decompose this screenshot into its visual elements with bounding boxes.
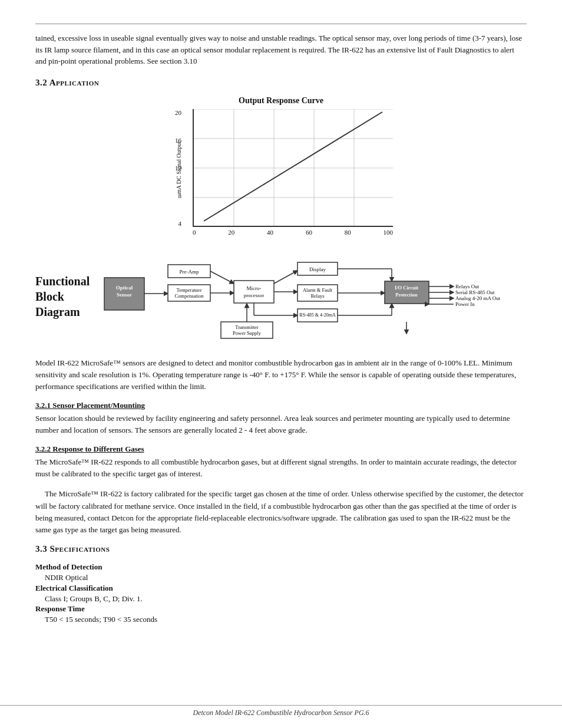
- chart-title: Output Response Curve: [239, 96, 323, 106]
- svg-text:Optical: Optical: [116, 285, 133, 291]
- subsection-321-number: 3.2.1: [35, 401, 51, 410]
- bd-label-line2: Block: [35, 290, 64, 303]
- top-divider: [35, 24, 527, 24]
- spec-value-1: Class I; Groups B, C, D; Div. 1.: [45, 593, 527, 605]
- section-32-heading: 3.2 Application: [35, 78, 527, 88]
- svg-text:Micro-: Micro-: [247, 285, 262, 291]
- subsection-321-title: Sensor Placement/Mounting: [52, 401, 145, 410]
- svg-line-9: [204, 112, 382, 221]
- section-32-title: Application: [49, 78, 100, 87]
- chart-svg: [193, 109, 393, 227]
- bd-label: Functional Block Diagram: [35, 274, 97, 319]
- block-diagram-section: Functional Block Diagram Optical Sensor …: [35, 248, 527, 345]
- svg-text:Relays Out: Relays Out: [455, 284, 480, 289]
- subsection-322-number: 3.2.2: [35, 444, 51, 453]
- xlabel-60: 60: [306, 229, 312, 236]
- subsection-322-title: Response to Different Gases: [52, 444, 144, 453]
- subsection-322-para2: The MicroSafe™ IR-622 is factory calibra…: [35, 488, 527, 536]
- section-33-number: 3.3: [35, 544, 47, 554]
- svg-text:Transmitter: Transmitter: [235, 324, 259, 330]
- section-32-number: 3.2: [35, 78, 47, 87]
- xlabel-100: 100: [383, 229, 393, 236]
- svg-text:Sensor: Sensor: [117, 292, 132, 298]
- specs-section: Method of Detection NDIR Optical Electri…: [35, 562, 527, 625]
- svg-text:I/O Circuit: I/O Circuit: [395, 285, 418, 291]
- svg-text:Relays: Relays: [310, 293, 324, 299]
- body-paragraph-1: Model IR-622 MicroSafe™ sensors are desi…: [35, 357, 527, 393]
- svg-text:Power In: Power In: [455, 301, 475, 307]
- svg-text:Pre-Amp: Pre-Amp: [180, 269, 199, 275]
- block-diagram-svg: Optical Sensor Pre-Amp Temperature Compe…: [103, 248, 504, 345]
- spec-item-2: Response Time T50 < 15 seconds; T90 < 35…: [35, 604, 527, 625]
- spec-item-0: Method of Detection NDIR Optical: [35, 562, 527, 584]
- ylabel-20: 20: [169, 109, 181, 116]
- svg-text:processor: processor: [244, 292, 265, 298]
- bd-label-line1: Functional: [35, 275, 90, 288]
- chart-ylabel-container: mA DC Signal Output: [183, 109, 193, 227]
- svg-text:Protection: Protection: [395, 292, 418, 298]
- svg-text:Alarm & Fault: Alarm & Fault: [303, 287, 333, 293]
- spec-label-1: Electrical Classification: [35, 584, 527, 593]
- subsection-321-heading: 3.2.1 Sensor Placement/Mounting: [35, 401, 527, 410]
- svg-line-24: [274, 271, 297, 284]
- spec-label-2: Response Time: [35, 604, 527, 614]
- svg-text:RS-485 & 4-20mA: RS-485 & 4-20mA: [299, 312, 336, 318]
- svg-text:Serial RS-485 Out: Serial RS-485 Out: [455, 289, 495, 295]
- svg-text:Display: Display: [309, 266, 326, 272]
- svg-text:Compensation: Compensation: [174, 293, 204, 299]
- xlabel-80: 80: [345, 229, 351, 236]
- footer-text: Detcon Model IR-622 Combustible Hydrocar…: [193, 709, 369, 717]
- svg-line-19: [210, 271, 234, 284]
- subsection-322-para1: The MicroSafe™ IR-622 responds to all co…: [35, 456, 527, 480]
- svg-text:Temperature: Temperature: [177, 287, 202, 293]
- subsection-322-heading: 3.2.2 Response to Different Gases: [35, 444, 527, 454]
- svg-rect-21: [234, 281, 274, 303]
- section-33-heading: 3.3 Specifications: [35, 544, 527, 554]
- xlabel-0: 0: [193, 229, 196, 236]
- chart-xlabels: 0 20 40 60 80 100: [193, 229, 393, 236]
- subsection-321-text: Sensor location should be reviewed by fa…: [35, 413, 527, 436]
- svg-text:Power Supply: Power Supply: [233, 330, 262, 336]
- spec-value-2: T50 < 15 seconds; T90 < 35 seconds: [45, 614, 527, 625]
- spec-label-0: Method of Detection: [35, 562, 527, 572]
- ylabel-4: 4: [169, 220, 181, 227]
- intro-paragraph: tained, excessive loss in useable signal…: [35, 32, 527, 67]
- bd-label-line3: Diagram: [35, 305, 80, 318]
- section-33-title: Specifications: [50, 544, 110, 554]
- svg-text:Analog 4-20 mA Out: Analog 4-20 mA Out: [455, 295, 501, 301]
- chart-section: Output Response Curve 4 8 12 16 20 mA DC…: [35, 96, 527, 238]
- chart-ylabel: mA DC Signal Output: [176, 141, 182, 194]
- spec-value-0: NDIR Optical: [45, 572, 527, 584]
- xlabel-40: 40: [267, 229, 273, 236]
- spec-item-1: Electrical Classification Class I; Group…: [35, 584, 527, 605]
- page-footer: Detcon Model IR-622 Combustible Hydrocar…: [0, 705, 562, 717]
- xlabel-20: 20: [228, 229, 234, 236]
